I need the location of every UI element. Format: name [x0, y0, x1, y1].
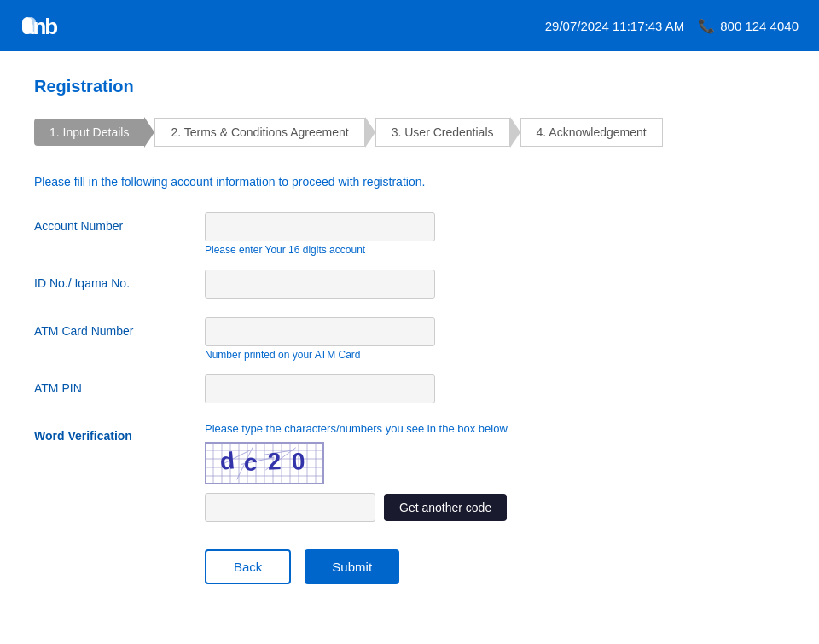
registration-form: Account Number Please enter Your 16 digi… [34, 212, 785, 522]
step-2[interactable]: 2. Terms & Conditions Agreement [154, 118, 364, 147]
atm-card-label: ATM Card Number [34, 317, 205, 338]
steps-bar: 1. Input Details 2. Terms & Conditions A… [34, 117, 785, 148]
phone-icon: 📞 [698, 18, 715, 34]
atm-pin-label: ATM PIN [34, 374, 205, 395]
logo: anb [20, 10, 80, 41]
arrow-2 [365, 117, 375, 148]
atm-card-row: ATM Card Number Number printed on your A… [34, 317, 785, 361]
back-button[interactable]: Back [205, 549, 291, 584]
captcha-input[interactable] [205, 493, 375, 522]
atm-pin-field-wrap [205, 374, 785, 403]
account-number-label: Account Number [34, 212, 205, 233]
id-number-field-wrap [205, 270, 785, 299]
word-verification-row: Word Verification Please type the charac… [34, 422, 785, 522]
arrow-1 [144, 117, 154, 148]
step-3[interactable]: 3. User Credentials [375, 118, 510, 147]
word-verification-label: Word Verification [34, 422, 205, 443]
arrow-3 [510, 117, 520, 148]
captcha-image [205, 442, 324, 484]
captcha-instruction: Please type the characters/numbers you s… [205, 422, 785, 435]
atm-card-field-wrap: Number printed on your ATM Card [205, 317, 785, 361]
account-number-hint: Please enter Your 16 digits account [205, 244, 785, 256]
form-buttons: Back Submit [34, 549, 785, 584]
get-another-code-button[interactable]: Get another code [384, 494, 507, 521]
id-number-row: ID No./ Iqama No. [34, 270, 785, 304]
step-1[interactable]: 1. Input Details [34, 119, 144, 146]
phone-number: 800 124 4040 [720, 19, 799, 33]
svg-text:anb: anb [22, 14, 57, 39]
atm-card-input[interactable] [205, 317, 435, 346]
captcha-input-row: Get another code [205, 493, 785, 522]
submit-button[interactable]: Submit [305, 549, 399, 584]
header: anb 29/07/2024 11:17:43 AM 📞 800 124 404… [0, 0, 819, 51]
header-right: 29/07/2024 11:17:43 AM 📞 800 124 4040 [545, 18, 799, 34]
account-number-input[interactable] [205, 212, 435, 241]
atm-pin-input[interactable] [205, 374, 435, 403]
header-phone: 📞 800 124 4040 [698, 18, 799, 34]
main-content: Registration 1. Input Details 2. Terms &… [0, 51, 819, 644]
datetime: 29/07/2024 11:17:43 AM [545, 19, 684, 33]
step-4[interactable]: 4. Acknowledgement [520, 118, 663, 147]
word-verification-field-wrap: Please type the characters/numbers you s… [205, 422, 785, 522]
account-number-field-wrap: Please enter Your 16 digits account [205, 212, 785, 256]
account-number-row: Account Number Please enter Your 16 digi… [34, 212, 785, 256]
page-title: Registration [34, 77, 785, 96]
id-number-input[interactable] [205, 270, 435, 299]
captcha-canvas [205, 442, 324, 484]
atm-card-hint: Number printed on your ATM Card [205, 349, 785, 361]
atm-pin-row: ATM PIN [34, 374, 785, 409]
id-number-label: ID No./ Iqama No. [34, 270, 205, 290]
form-description: Please fill in the following account inf… [34, 175, 785, 189]
